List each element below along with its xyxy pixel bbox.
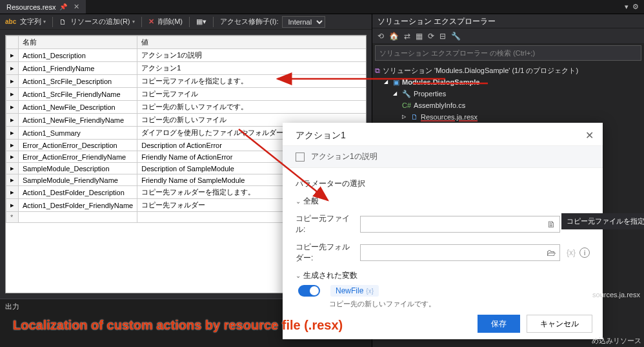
tree-assemblyinfo[interactable]: C#AssemblyInfo.cs [375, 100, 641, 111]
table-row[interactable]: ▸Action1_SrcFile_Descriptionコピー元ファイルを指定し… [6, 75, 367, 88]
sync-icon[interactable]: ⇄ [404, 32, 410, 41]
strings-icon: abc [5, 18, 16, 25]
save-button[interactable]: 保存 [478, 315, 520, 333]
tree-solution[interactable]: ⧉ソリューション 'Modules.DialogSample' (1/1 のプロ… [375, 65, 641, 76]
module-icon [296, 152, 305, 162]
section-general[interactable]: 全般 [303, 196, 319, 205]
access-mod-select[interactable]: Internal [282, 16, 325, 28]
solution-explorer-search[interactable]: ソリューション エクスプローラー の検索 (Ctrl+;) [375, 45, 641, 61]
dst-input[interactable]: 🗁 [360, 244, 560, 261]
dialog-close-icon[interactable]: ✕ [585, 129, 594, 142]
preview-icon[interactable]: ▾ [625, 3, 629, 11]
folder-picker-icon[interactable]: 🗁 [547, 247, 556, 258]
param-select-heading: パラメーターの選択 [296, 178, 590, 189]
collapse-icon[interactable]: ⊟ [439, 32, 446, 41]
table-row[interactable]: ▸Action1_FriendlyNameアクション1 [6, 62, 367, 75]
views-icon[interactable]: ▦▾ [196, 17, 206, 26]
src-label: コピー元ファイル: [296, 213, 354, 235]
add-resource-icon: 🗋 [59, 18, 66, 26]
genvars-toggle[interactable] [298, 285, 320, 297]
cancel-button[interactable]: キャンセル [527, 315, 592, 333]
chip-var-icon: {x} [366, 288, 374, 295]
close-icon[interactable]: ✕ [74, 3, 79, 11]
gear-icon[interactable]: ⚙ [632, 3, 639, 11]
tab-title: Resources.resx [6, 3, 55, 11]
table-row[interactable]: ▸Action1_Descriptionアクション1の説明 [6, 49, 367, 62]
chevron-down-icon[interactable]: ⌄ [296, 198, 301, 205]
add-resource-dropdown[interactable]: リソースの追加(R) [70, 17, 134, 26]
section-genvars[interactable]: 生成された変数 [303, 271, 357, 280]
strings-dropdown[interactable]: 文字列 [20, 17, 46, 26]
chevron-down-icon[interactable]: ⌄ [296, 272, 301, 279]
document-tab[interactable]: Resources.resx 📌 ✕ [0, 0, 86, 14]
resource-toolbar: abc 文字列 🗋 リソースの追加(R) ✕ 削除(M) ▦▾ アクセス修飾子(… [0, 14, 372, 30]
solution-explorer-title: ソリューション エクスプローラー [372, 14, 644, 28]
tooltip: コピー元ファイルを指定します。 [561, 213, 644, 229]
pin-icon[interactable]: 📌 [59, 3, 67, 10]
tree-project[interactable]: ◢▣Modules.DialogSample [375, 76, 641, 88]
info-icon[interactable]: i [579, 247, 590, 258]
caption: Localization of custom actions by resour… [13, 318, 343, 333]
solution-explorer-toolbar: ⟲ 🏠 ⇄ ▦ ⟳ ⊟ 🔧 [372, 28, 644, 44]
tree-resources-ja[interactable]: ▷🗋Resources.ja.resx [375, 111, 641, 123]
props-fragment2: sources.ja.resx [592, 291, 640, 299]
dst-label: コピー先フォルダー: [296, 242, 354, 264]
action-dialog: アクション1 ✕ アクション1の説明 パラメーターの選択 ⌄全般 コピー元ファイ… [283, 123, 603, 339]
file-picker-icon[interactable]: 🗎 [547, 219, 556, 229]
home-icon[interactable]: ⟲ [377, 32, 384, 41]
var-icon[interactable]: {x} [567, 248, 576, 257]
col-name[interactable]: 名前 [19, 36, 137, 49]
delete-icon: ✕ [148, 17, 154, 26]
output-title: 出力 [5, 302, 19, 310]
showall-icon[interactable]: ▦ [416, 32, 423, 41]
tree-properties[interactable]: ◢🔧Properties [375, 88, 641, 100]
variable-chip[interactable]: NewFile{x} [330, 285, 379, 297]
delete-button[interactable]: 削除(M) [158, 17, 183, 26]
home2-icon[interactable]: 🏠 [389, 32, 399, 41]
col-value[interactable]: 値 [137, 36, 367, 49]
props-fragment: め込みリソース [592, 336, 641, 346]
access-mod-label: アクセス修飾子(I): [220, 17, 278, 26]
src-input[interactable]: 🗎 [360, 216, 560, 233]
tab-strip: Resources.resx 📌 ✕ ▾ ⚙ [0, 0, 644, 14]
table-row[interactable]: ▸Action1_SrcFile_FriendlyNameコピー元ファイル [6, 88, 367, 101]
table-row[interactable]: ▸Action1_NewFile_Descriptionコピー先の新しいファイル… [6, 101, 367, 114]
refresh-icon[interactable]: ⟳ [428, 32, 434, 41]
dialog-subtitle: アクション1の説明 [311, 151, 377, 162]
dialog-title: アクション1 [296, 130, 346, 142]
props-icon[interactable]: 🔧 [451, 32, 461, 41]
variable-desc: コピー先の新しいファイルです。 [329, 299, 590, 308]
